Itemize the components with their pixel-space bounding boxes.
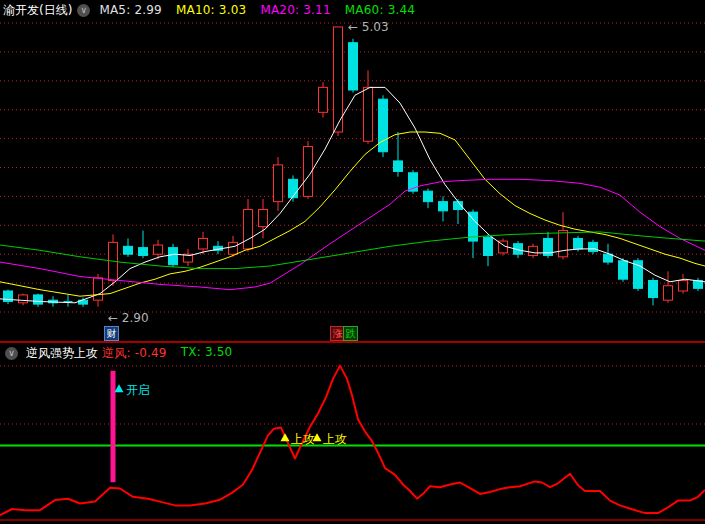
candle: [139, 231, 148, 259]
candle: [679, 274, 688, 294]
indicator-value: 逆风: -0.49: [102, 345, 167, 362]
chevron-down-icon[interactable]: ∨: [5, 347, 18, 360]
chevron-down-icon[interactable]: ∨: [77, 4, 90, 17]
candle: [694, 278, 703, 291]
candle: [109, 234, 118, 285]
ma-value: MA5: 2.99: [99, 3, 162, 17]
candle: [4, 290, 13, 304]
trading-app-window: 渝开发(日线) ∨ MA5: 2.99MA10: 3.03MA20: 3.11M…: [0, 0, 705, 524]
candle: [364, 70, 373, 144]
candle: [664, 271, 673, 303]
candle: [469, 210, 478, 259]
ma-line-ma20: [0, 179, 705, 289]
signal-label: 上攻: [323, 432, 347, 446]
candle: [379, 95, 388, 157]
candle: [334, 27, 343, 136]
candle: [559, 212, 568, 259]
candle: [439, 196, 448, 221]
candle: [19, 294, 28, 306]
signal-marker: 上攻: [281, 432, 316, 446]
candle: [634, 258, 643, 291]
triangle-up-icon: [115, 384, 124, 392]
ma-value: MA10: 3.03: [176, 3, 246, 17]
indicator-chart[interactable]: 开启上攻上攻: [0, 343, 705, 524]
candle: [244, 199, 253, 252]
main-chart-header: 渝开发(日线) ∨ MA5: 2.99MA10: 3.03MA20: 3.11M…: [0, 0, 705, 20]
candle: [409, 170, 418, 194]
signal-marker: 开启: [115, 383, 151, 397]
candle: [319, 82, 328, 117]
event-badge[interactable]: 财: [104, 326, 119, 341]
candle: [589, 240, 598, 254]
candle: [424, 189, 433, 209]
event-badge[interactable]: 跌: [343, 326, 358, 341]
candle: [349, 39, 358, 93]
triangle-up-icon: [281, 433, 290, 441]
candle: [304, 141, 313, 199]
candle: [394, 132, 403, 177]
candle: [289, 175, 298, 201]
high-price-label: ← 5.03: [348, 20, 389, 34]
candle: [34, 294, 43, 307]
indicator-values: 逆风: -0.49TX: 3.50: [102, 345, 232, 362]
indicator-title: 逆风强势上攻: [26, 345, 98, 362]
signal-marker: 上攻: [313, 432, 348, 446]
bottom-border: [0, 519, 705, 521]
ma-line-ma5: [0, 87, 705, 302]
candlestick-chart[interactable]: ← 5.03← 2.90: [0, 20, 705, 341]
candle: [529, 244, 538, 258]
candle: [274, 157, 283, 211]
ma-value: MA60: 3.44: [345, 3, 415, 17]
candle: [64, 295, 73, 307]
candle: [484, 234, 493, 266]
candle: [199, 232, 208, 254]
signal-label: 上攻: [291, 432, 315, 446]
indicator-line: [0, 366, 705, 515]
candle: [184, 249, 193, 266]
indicator-header: ∨ 逆风强势上攻 逆风: -0.49TX: 3.50: [0, 343, 705, 363]
candle: [124, 238, 133, 256]
stock-title: 渝开发(日线): [3, 2, 72, 19]
candle: [649, 278, 658, 306]
signal-label: 开启: [126, 383, 150, 397]
candle: [214, 241, 223, 254]
ma-line-ma10: [0, 132, 705, 296]
indicator-value: TX: 3.50: [181, 345, 233, 362]
candle: [454, 199, 463, 224]
ma-legend: MA5: 2.99MA10: 3.03MA20: 3.11MA60: 3.44: [99, 3, 415, 17]
low-price-label: ← 2.90: [108, 311, 149, 325]
candle: [544, 232, 553, 258]
ma-value: MA20: 3.11: [260, 3, 330, 17]
signal-bar: [111, 371, 116, 482]
